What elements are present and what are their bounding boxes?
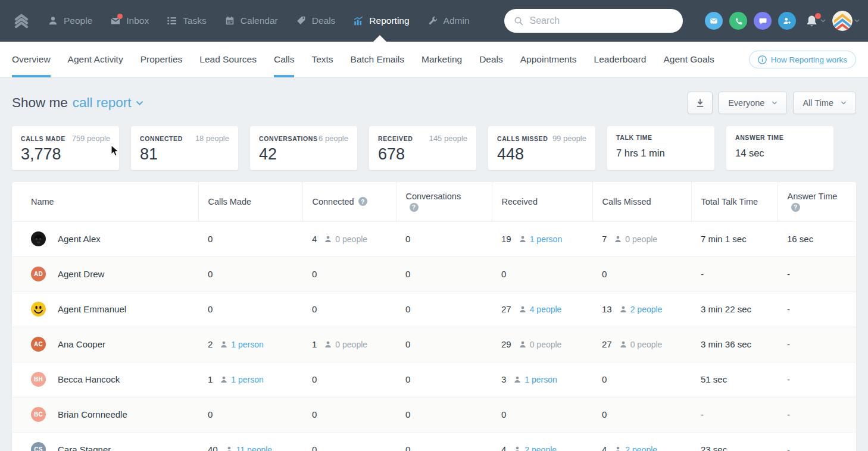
report-title: Show me call report	[12, 95, 143, 111]
people-filter-link[interactable]: 0 people	[620, 340, 663, 349]
account-menu[interactable]	[832, 11, 860, 31]
nav-item-admin[interactable]: Admin	[427, 15, 470, 26]
tab-properties[interactable]: Properties	[140, 42, 183, 77]
column-header-answer-time: Answer Time?	[778, 182, 856, 221]
person-icon	[514, 446, 521, 451]
table-row: AD Agent Drew 0 0 0 0 0 - -	[12, 256, 856, 292]
tab-leaderboard[interactable]: Leaderboard	[594, 42, 647, 77]
agent-link[interactable]: BH Becca Hancock	[31, 372, 193, 387]
answer-time-cell: -	[778, 432, 856, 451]
people-filter-link[interactable]: 11 people	[226, 445, 272, 451]
nav-item-label: Admin	[444, 15, 470, 26]
notifications-button[interactable]	[805, 14, 826, 28]
chevron-down-icon	[136, 101, 143, 105]
avatar: AD	[31, 267, 46, 281]
agent-link[interactable]: CS Cara Stagner	[31, 442, 193, 451]
agent-link[interactable]: AC Ana Cooper	[31, 337, 193, 352]
people-filter-link[interactable]: 1 person	[514, 375, 557, 384]
tab-texts[interactable]: Texts	[311, 42, 333, 77]
nav-item-calendar[interactable]: Calendar	[224, 15, 278, 26]
tab-marketing[interactable]: Marketing	[421, 42, 462, 77]
search-input[interactable]	[530, 15, 673, 26]
answer-time-cell: -	[778, 397, 856, 432]
help-tooltip-icon[interactable]: ?	[791, 203, 800, 212]
how-reporting-works-button[interactable]: How Reporting works	[749, 51, 856, 68]
stat-card-conversations: CONVERSATIONS6 people 42	[250, 126, 357, 170]
time-filter-dropdown[interactable]: All Time	[793, 92, 856, 114]
chevron-down-icon	[772, 101, 778, 105]
person-icon	[519, 306, 526, 313]
people-filter-link[interactable]: 2 people	[514, 445, 557, 451]
talk-time-cell: 7 min 1 sec	[691, 221, 778, 256]
people-filter-link[interactable]: 1 person	[519, 234, 562, 244]
stat-value: 7 hrs 1 min	[616, 148, 705, 159]
stat-card-calls-made: CALLS MADE759 people 3,778	[12, 126, 119, 170]
tab-agent-goals[interactable]: Agent Goals	[663, 42, 714, 77]
people-filter-link[interactable]: 1 person	[220, 340, 263, 349]
nav-item-deals[interactable]: Deals	[296, 15, 336, 26]
nav-item-label: Reporting	[369, 15, 409, 26]
info-icon	[758, 55, 767, 64]
chevron-down-icon	[854, 19, 860, 23]
column-header-conversations: Conversations?	[396, 182, 492, 221]
agent-link[interactable]: BC Brian Cornneedle	[31, 407, 193, 422]
smiley-avatar-image	[31, 302, 46, 317]
help-tooltip-icon[interactable]: ?	[410, 203, 419, 212]
talk-time-cell: 51 sec	[691, 362, 778, 397]
people-filter-dropdown[interactable]: Everyone	[719, 92, 787, 114]
stat-value: 14 sec	[735, 148, 825, 159]
inbox-icon	[110, 15, 121, 26]
tab-deals[interactable]: Deals	[479, 42, 503, 77]
tab-calls[interactable]: Calls	[274, 42, 294, 77]
people-filter-link[interactable]: 1 person	[220, 375, 263, 384]
chevron-down-icon	[820, 19, 826, 23]
nav-item-inbox[interactable]: Inbox	[110, 15, 149, 26]
quick-actions	[705, 11, 868, 31]
table-row: AC Ana Cooper 21 person 10 people 0 290 …	[12, 327, 856, 362]
reporting-tabs: Overview Agent Activity Properties Lead …	[0, 42, 868, 77]
people-filter-link[interactable]: 2 people	[614, 445, 657, 451]
app-logo-icon[interactable]	[13, 12, 30, 29]
talk-time-cell: -	[691, 256, 778, 292]
download-report-button[interactable]	[688, 92, 713, 114]
person-icon	[514, 376, 521, 383]
tab-appointments[interactable]: Appointments	[520, 42, 577, 77]
people-filter-link[interactable]: 0 people	[519, 340, 562, 349]
nav-item-reporting[interactable]: Reporting	[353, 15, 409, 26]
call-button[interactable]	[729, 12, 747, 30]
talk-time-cell: -	[691, 397, 778, 432]
agent-link[interactable]: Agent Alex	[31, 231, 193, 246]
talk-time-cell: 3 min 22 sec	[691, 292, 778, 327]
people-filter-link[interactable]: 0 people	[324, 340, 367, 349]
people-filter-link[interactable]: 0 people	[324, 234, 367, 244]
agent-link[interactable]: AD Agent Drew	[31, 267, 193, 281]
answer-time-cell: 16 sec	[778, 221, 856, 256]
chat-button[interactable]	[754, 12, 772, 30]
people-filter-link[interactable]: 4 people	[519, 305, 562, 314]
people-filter-link[interactable]: 2 people	[620, 305, 663, 314]
notification-dot	[815, 13, 821, 19]
tab-lead-sources[interactable]: Lead Sources	[199, 42, 257, 77]
people-filter-link[interactable]: 0 people	[614, 234, 657, 244]
agent-link[interactable]: Agent Emmanuel	[31, 302, 193, 317]
nav-item-people[interactable]: People	[48, 15, 92, 26]
inbox-notification-dot	[117, 14, 123, 19]
nav-item-label: Tasks	[183, 15, 207, 26]
stat-value: 81	[140, 145, 229, 164]
avatar: AC	[31, 337, 46, 352]
wrench-icon	[427, 15, 438, 26]
person-icon	[324, 341, 332, 348]
tab-overview[interactable]: Overview	[12, 42, 51, 77]
nav-item-tasks[interactable]: Tasks	[167, 15, 207, 26]
answer-time-cell: -	[778, 362, 856, 397]
tab-agent-activity[interactable]: Agent Activity	[68, 42, 123, 77]
add-person-button[interactable]	[778, 12, 796, 30]
tab-batch-emails[interactable]: Batch Emails	[351, 42, 404, 77]
column-header-name: Name	[12, 182, 198, 221]
stat-value: 678	[378, 145, 467, 164]
help-tooltip-icon[interactable]: ?	[358, 197, 367, 206]
report-type-selector[interactable]: call report	[73, 95, 143, 111]
compose-email-button[interactable]	[705, 12, 723, 30]
column-header-calls-missed: Calls Missed	[592, 182, 691, 221]
table-row: BH Becca Hancock 11 person 0 0 31 person…	[12, 362, 856, 397]
